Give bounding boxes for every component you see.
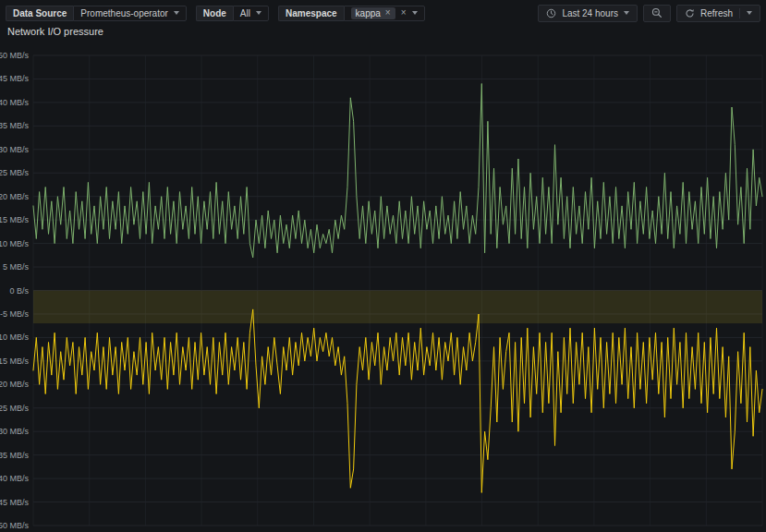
chevron-down-icon	[624, 11, 629, 15]
y-axis-tick-label: 30 MB/s	[0, 145, 29, 154]
namespace-control: Namespace kappa × ×	[278, 6, 425, 21]
node-select[interactable]: All	[233, 6, 269, 21]
zoom-out-button[interactable]	[643, 5, 671, 22]
y-axis-tick-label: -10 MB/s	[0, 332, 29, 342]
network-io-chart[interactable]: 50 MB/s45 MB/s40 MB/s35 MB/s30 MB/s25 MB…	[0, 0, 766, 532]
panel-title[interactable]: Network I/O pressure	[7, 26, 103, 37]
button-divider	[739, 8, 740, 18]
y-axis-tick-label: -45 MB/s	[0, 498, 29, 507]
clock-icon	[546, 8, 556, 18]
y-axis-tick-label: 5 MB/s	[3, 262, 30, 272]
refresh-icon	[685, 8, 695, 18]
threshold-band	[33, 291, 762, 324]
y-axis-tick-label: -25 MB/s	[0, 404, 29, 413]
y-axis-tick-label: -50 MB/s	[0, 521, 29, 530]
y-axis-tick-label: 25 MB/s	[0, 168, 29, 177]
node-value: All	[240, 8, 250, 18]
y-axis-tick-label: -15 MB/s	[0, 357, 29, 366]
y-axis-tick-label: 10 MB/s	[0, 239, 29, 248]
series-line-network-received	[33, 84, 762, 258]
y-axis-tick-label: -5 MB/s	[0, 309, 29, 319]
y-axis-tick-label: 20 MB/s	[0, 192, 29, 201]
toolbar-right-group: Last 24 hours Refresh	[538, 5, 760, 22]
series-line-network-transmitted	[33, 309, 762, 493]
y-axis-tick-label: 50 MB/s	[0, 51, 29, 60]
y-axis-tick-label: -40 MB/s	[0, 474, 29, 483]
refresh-label: Refresh	[700, 8, 733, 18]
time-range-picker[interactable]: Last 24 hours	[538, 5, 638, 22]
y-axis-tick-label: 35 MB/s	[0, 121, 29, 130]
y-axis-tick-label: 15 MB/s	[0, 215, 29, 224]
tag-remove-icon[interactable]: ×	[385, 8, 391, 18]
chevron-down-icon	[256, 11, 261, 15]
chevron-down-icon	[412, 11, 418, 15]
datasource-label: Data Source	[6, 6, 73, 21]
clear-selection-icon[interactable]: ×	[401, 8, 407, 18]
node-label: Node	[196, 6, 233, 21]
namespace-label: Namespace	[278, 6, 344, 21]
namespace-tag-value: kappa	[356, 8, 381, 18]
y-axis-tick-label: -20 MB/s	[0, 380, 29, 389]
node-control: Node All	[196, 6, 269, 21]
chevron-down-icon	[174, 11, 179, 15]
zoom-out-icon	[651, 7, 663, 18]
datasource-value: Prometheus-operator	[80, 8, 168, 18]
y-axis-tick-label: -30 MB/s	[0, 427, 29, 436]
y-axis-tick-label: 45 MB/s	[0, 74, 29, 83]
variables-toolbar: Data Source Prometheus-operator Node All…	[0, 0, 766, 24]
grafana-dashboard: 50 MB/s45 MB/s40 MB/s35 MB/s30 MB/s25 MB…	[0, 0, 766, 532]
namespace-select[interactable]: kappa × ×	[344, 6, 425, 21]
chevron-down-icon	[747, 11, 752, 15]
namespace-tag: kappa ×	[351, 7, 395, 19]
y-axis-tick-label: 0 B/s	[9, 286, 29, 296]
datasource-select[interactable]: Prometheus-operator	[73, 6, 187, 21]
datasource-control: Data Source Prometheus-operator	[6, 6, 187, 21]
time-range-label: Last 24 hours	[562, 8, 618, 18]
y-axis-tick-label: 40 MB/s	[0, 98, 29, 107]
refresh-button[interactable]: Refresh	[676, 5, 760, 22]
y-axis-tick-label: -35 MB/s	[0, 451, 29, 460]
